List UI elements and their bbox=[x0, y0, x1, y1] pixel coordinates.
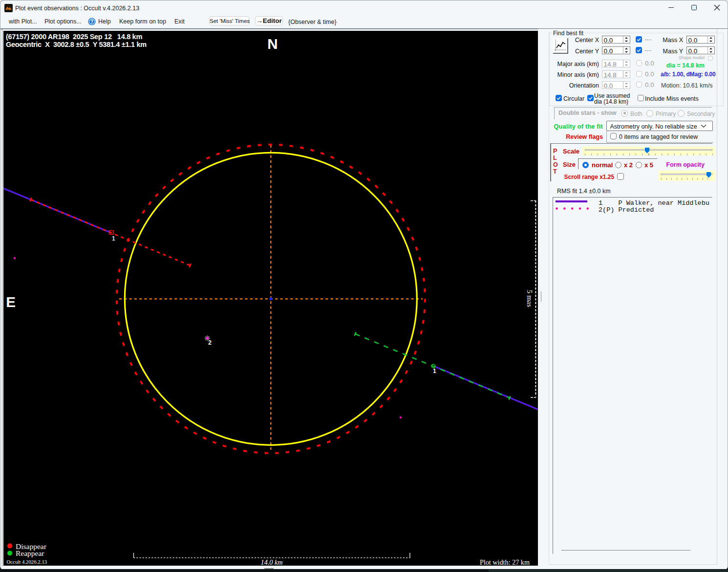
svg-text:Occult 4.2026.2.13: Occult 4.2026.2.13 bbox=[7, 558, 47, 564]
svg-text:14.0 km: 14.0 km bbox=[261, 558, 283, 566]
svg-text:1: 1 bbox=[112, 235, 115, 242]
svg-text:Reappear: Reappear bbox=[16, 549, 44, 557]
svg-text:(67157) 2000 AR198 2025 Sep 1: (67157) 2000 AR198 2025 Sep 12 14.8 km bbox=[6, 33, 142, 41]
svg-text:5 mas: 5 mas bbox=[526, 289, 534, 307]
svg-text:Plot width: 27 km: Plot width: 27 km bbox=[480, 558, 530, 566]
svg-text:1: 1 bbox=[433, 368, 436, 374]
svg-text:Geocentric X 3002.8 ±0.5 Y: Geocentric X 3002.8 ±0.5 Y 5381.4 ±1.1 k… bbox=[6, 41, 147, 48]
svg-text:E: E bbox=[6, 294, 16, 310]
svg-text:N: N bbox=[267, 36, 278, 52]
svg-text:2: 2 bbox=[208, 339, 212, 346]
svg-text:?: ? bbox=[90, 19, 93, 24]
